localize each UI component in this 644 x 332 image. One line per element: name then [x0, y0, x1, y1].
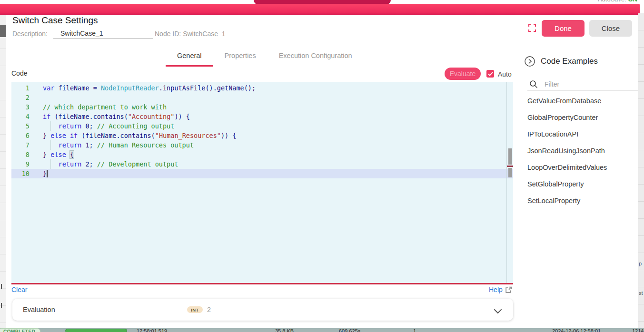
code-line-3[interactable]: 3// which department to work with — [11, 102, 513, 112]
code-token: else — [50, 132, 66, 139]
code-token: NodeInputReader — [101, 84, 159, 92]
code-line-6[interactable]: 6} else if (fileName.contains("Human_Res… — [11, 131, 513, 140]
external-link-icon — [505, 286, 512, 293]
evaluate-button[interactable]: Evaluate — [445, 68, 481, 80]
help-link[interactable]: Help — [489, 286, 503, 293]
code-token: } — [43, 132, 50, 139]
code-token: return — [59, 122, 82, 130]
code-example-item[interactable]: GetValueFromDatabase — [527, 95, 638, 112]
indent-guide — [50, 140, 51, 150]
background-text-fragment: st — [639, 290, 644, 296]
code-example-item[interactable]: LoopOverDelimitedValues — [527, 162, 638, 178]
line-number: 1 — [11, 83, 30, 93]
background-right-strip: p st — [638, 13, 644, 332]
chevron-circle-icon[interactable] — [525, 56, 535, 67]
progress-bar — [65, 329, 127, 332]
code-token: // Human Resources output — [97, 141, 194, 149]
line-number: 6 — [11, 131, 30, 140]
auto-checkbox-label: Auto — [498, 70, 512, 78]
auto-checkbox[interactable] — [486, 70, 494, 78]
code-token: // Development output — [97, 160, 178, 168]
count-fragment: 1 — [413, 328, 416, 332]
code-line-1[interactable]: 1var fileName = NodeInputReader.inputAsF… — [11, 83, 513, 93]
evaluation-value: 2 — [207, 306, 211, 313]
code-text: var fileName = NodeInputReader.inputAsFi… — [43, 83, 256, 93]
code-token: else — [50, 151, 66, 158]
filter-input[interactable] — [527, 78, 638, 90]
code-examples-title: Code Examples — [541, 57, 598, 66]
code-line-2[interactable]: 2 — [11, 93, 513, 102]
code-examples-header[interactable]: Code Examples — [525, 56, 598, 67]
type-badge: INT — [187, 306, 203, 313]
code-line-7[interactable]: 7 return 1; // Human Resources output — [11, 140, 513, 150]
tab-general[interactable]: General — [166, 50, 213, 67]
scrollbar-thumb[interactable] — [508, 148, 512, 165]
code-text: } else if (fileName.contains("Human_Reso… — [43, 131, 236, 140]
code-example-item[interactable]: GlobalPropertyCounter — [527, 112, 638, 128]
code-token: 2; — [81, 160, 97, 168]
line-number: 2 — [11, 93, 30, 102]
timestamp-fragment: 12:58:01.519 — [137, 328, 167, 332]
help-link-wrap[interactable]: Help — [489, 286, 512, 293]
node-id-label: Node ID: SwitchCase 1 — [155, 30, 226, 38]
overview-ruler-mark — [507, 166, 513, 167]
code-token: return — [59, 141, 82, 149]
code-token: if — [43, 113, 50, 120]
line-number: 7 — [11, 140, 30, 150]
code-example-item[interactable]: IPToLocationAPI — [527, 128, 638, 145]
background-left-strip — [0, 15, 6, 328]
tab-properties[interactable]: Properties — [213, 50, 268, 67]
evaluation-panel: Evaluation INT 2 — [12, 299, 513, 321]
editor-scrollbar[interactable] — [506, 82, 513, 283]
code-editor[interactable]: 1var fileName = NodeInputReader.inputAsF… — [11, 82, 513, 284]
code-token: "Accounting" — [128, 113, 175, 120]
close-button[interactable]: Close — [589, 20, 632, 37]
background-left-block — [0, 25, 6, 37]
done-button[interactable]: Done — [542, 20, 585, 37]
code-token: 0; — [81, 122, 97, 130]
line-number: 3 — [11, 102, 30, 112]
code-line-5[interactable]: 5 return 0; // Accounting output — [11, 121, 513, 131]
status-badge: COMPLETED — [0, 328, 40, 332]
code-token: "Human_Resources" — [155, 132, 221, 139]
indent-guide — [50, 121, 51, 131]
switch-case-settings-dialog: AutoSave: ON p st COMPLETED 12:58:01.519… — [0, 0, 644, 332]
check-icon — [488, 72, 493, 76]
scrollbar-thumb[interactable] — [508, 168, 512, 177]
evaluation-label: Evaluation — [23, 306, 55, 313]
clear-link[interactable]: Clear — [11, 286, 27, 293]
code-label: Code — [11, 69, 27, 77]
code-example-item[interactable]: SetLocalProperty — [527, 195, 638, 212]
code-example-item[interactable]: SetGlobalProperty — [527, 178, 638, 195]
code-line-8[interactable]: 8} else { — [11, 150, 513, 159]
chevron-down-icon[interactable] — [494, 307, 502, 316]
code-token: if — [70, 132, 78, 139]
line-number: 4 — [11, 112, 30, 121]
code-token: } — [43, 170, 47, 177]
code-text: // which department to work with — [43, 102, 167, 112]
description-input[interactable] — [53, 28, 153, 39]
code-line-10[interactable]: 10} — [11, 169, 513, 178]
code-token: )) { — [221, 132, 237, 139]
code-text: return 0; // Accounting output — [43, 121, 174, 131]
code-token: return — [59, 160, 82, 168]
code-token: } — [43, 151, 50, 158]
code-text: return 2; // Development output — [43, 159, 178, 169]
code-text: return 1; // Human Resources output — [43, 140, 194, 150]
code-token: (fileName.contains( — [50, 113, 128, 120]
tab-execution-configuration[interactable]: Execution Configuration — [268, 50, 364, 67]
code-line-9[interactable]: 9 return 2; // Development output — [11, 159, 513, 169]
text-cursor — [47, 170, 48, 177]
line-number: 10 — [11, 169, 30, 178]
background-text-fragment: p — [639, 261, 644, 266]
code-text: } else { — [43, 150, 74, 159]
size-fragment: 35.8 KB — [275, 328, 294, 332]
fullscreen-icon[interactable] — [528, 24, 536, 32]
code-example-item[interactable]: JsonReadUsingJsonPath — [527, 145, 638, 162]
code-token: (fileName.contains( — [78, 132, 155, 139]
autosave-indicator: AutoSave: ON — [598, 0, 637, 4]
indent-guide — [50, 159, 51, 169]
id-fragment: 121456 — [632, 328, 644, 332]
line-number: 5 — [11, 121, 30, 131]
code-line-4[interactable]: 4if (fileName.contains("Accounting")) { — [11, 112, 513, 121]
